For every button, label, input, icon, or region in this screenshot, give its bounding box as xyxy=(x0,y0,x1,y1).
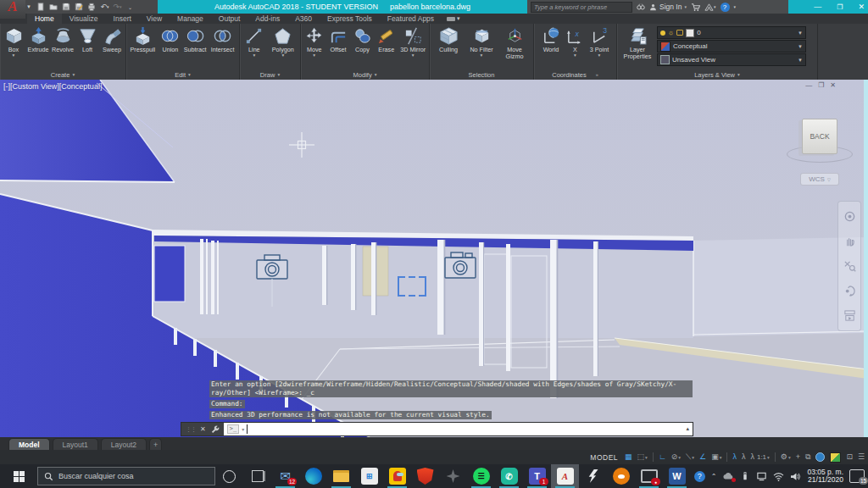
copy-button[interactable]: Copy xyxy=(351,25,374,53)
pan-icon[interactable] xyxy=(843,235,856,247)
erase-button[interactable]: Erase xyxy=(375,25,398,53)
help-caret-icon[interactable]: ▾ xyxy=(734,4,737,9)
tab-model[interactable]: Model xyxy=(8,438,50,450)
recent-commands-caret-icon[interactable]: ▾ xyxy=(242,426,244,432)
command-input[interactable]: >_ ▾ ▴ xyxy=(224,423,693,435)
autodesk-a360-icon[interactable]: ▾ xyxy=(704,3,716,12)
ortho-mode-toggle[interactable]: ∟ xyxy=(659,453,666,461)
taskbar-microsoft-store[interactable]: ⊞ xyxy=(355,464,383,488)
app-store-cart-icon[interactable] xyxy=(691,3,700,12)
maximize-button[interactable]: ❐ xyxy=(837,3,843,11)
culling-button[interactable]: Culling xyxy=(432,25,465,53)
snap-mode-toggle[interactable]: ⬚▾ xyxy=(637,453,648,461)
sign-in-button[interactable]: Sign In ▾ xyxy=(649,3,687,11)
drawing-viewport[interactable]: [-][Custom View][Conceptual] — ❐ ✕ BACK … xyxy=(0,80,868,437)
tab-express-tools[interactable]: Express Tools xyxy=(320,14,380,24)
object-snap-tracking-toggle[interactable]: ∠ xyxy=(699,453,706,461)
object-snap-toggle[interactable]: ▣▾ xyxy=(711,453,721,461)
command-customize-wrench-icon[interactable] xyxy=(210,424,220,434)
panel-edit-label[interactable]: Edit▾ xyxy=(126,69,239,80)
ribbon-display-toggle[interactable]: ▾ xyxy=(447,14,460,24)
panel-coordinates-label[interactable]: Layers & ViewCoordinates» xyxy=(534,69,616,80)
taskbar-edge[interactable] xyxy=(299,464,327,488)
taskbar-cast-app[interactable]: ● xyxy=(635,464,663,488)
new-layout-button[interactable]: + xyxy=(149,438,162,450)
intersect-button[interactable]: Intersect xyxy=(208,25,237,53)
drawing-restore-icon[interactable]: ❐ xyxy=(818,81,824,89)
command-close-icon[interactable]: ✕ xyxy=(200,425,206,433)
extrude-button[interactable]: Extrude xyxy=(26,25,50,53)
save-button[interactable] xyxy=(62,3,71,12)
redo-button[interactable]: ↷▾ xyxy=(113,3,122,12)
taskbar-spotify[interactable]: ☰ xyxy=(467,464,495,488)
taskbar-unknown-star-app[interactable] xyxy=(439,464,467,488)
help-icon[interactable]: ? xyxy=(721,3,730,12)
view-dropdown[interactable]: Unsaved View ▼ xyxy=(657,53,806,66)
volume-tray-icon[interactable] xyxy=(790,472,801,481)
taskbar-brave[interactable] xyxy=(411,464,439,488)
start-button[interactable] xyxy=(0,464,37,488)
panel-create-label[interactable]: Create▾ xyxy=(0,69,125,80)
sweep-button[interactable]: Sweep xyxy=(100,25,124,53)
subtract-button[interactable]: Subtract xyxy=(183,25,207,53)
taskbar-teams[interactable]: T1 xyxy=(523,464,551,488)
tab-insert[interactable]: Insert xyxy=(106,14,139,24)
taskbar-whatsapp[interactable]: ✆ xyxy=(495,464,523,488)
panel-layers-view-label[interactable]: Layers & View▾ xyxy=(617,69,817,80)
panel-draw-label[interactable]: Draw▾ xyxy=(240,69,300,80)
open-file-button[interactable] xyxy=(49,3,58,12)
layer-dropdown[interactable]: ☼ 0 ▼ xyxy=(657,26,806,39)
taskbar-file-explorer[interactable] xyxy=(327,464,355,488)
tab-view[interactable]: View xyxy=(139,14,170,24)
zoom-extents-icon[interactable] xyxy=(843,259,856,272)
customization-menu[interactable]: ☰ xyxy=(858,453,865,461)
presspull-button[interactable]: Presspull xyxy=(128,25,158,53)
panel-selection-label[interactable]: Selection xyxy=(430,69,533,80)
ucs-3point-button[interactable]: 3 Point▾ xyxy=(587,25,613,58)
offset-button[interactable]: Offset xyxy=(326,25,349,53)
usb-tray-icon[interactable] xyxy=(740,471,750,481)
layer-properties-button[interactable]: Layer Properties xyxy=(621,25,654,59)
drawing-close-icon[interactable]: ✕ xyxy=(830,81,836,89)
quick-properties-toggle[interactable]: ⧉ xyxy=(805,453,810,461)
infocenter-search-input[interactable] xyxy=(531,2,632,13)
minimize-button[interactable]: — xyxy=(814,3,821,11)
tab-home[interactable]: Home xyxy=(27,14,62,24)
grid-display-toggle[interactable]: ▦ xyxy=(625,453,632,461)
tab-manage[interactable]: Manage xyxy=(170,14,211,24)
showmotion-icon[interactable] xyxy=(843,309,856,322)
viewcube[interactable]: BACK xyxy=(802,119,837,154)
3d-mirror-button[interactable]: 3D Mirror▾ xyxy=(398,25,427,58)
cortana-button[interactable] xyxy=(215,464,243,488)
tab-a360[interactable]: A360 xyxy=(287,14,320,24)
onedrive-tray-icon[interactable] xyxy=(722,471,734,481)
tab-visualize[interactable]: Visualize xyxy=(62,14,106,24)
graphics-performance-toggle[interactable] xyxy=(815,452,825,462)
panel-modify-label[interactable]: Modify▾ xyxy=(301,69,429,80)
annotation-scale-button[interactable]: λ1:1▾ xyxy=(750,453,769,461)
taskbar-search-box[interactable]: Buscar cualquier cosa xyxy=(37,467,215,485)
line-button[interactable]: Line▾ xyxy=(242,25,267,58)
autoscale-toggle[interactable]: λ xyxy=(742,453,746,461)
drawing-minimize-icon[interactable]: — xyxy=(805,81,812,89)
loft-button[interactable]: Loft xyxy=(75,25,99,53)
autocad-app-menu-button[interactable]: A xyxy=(0,0,25,19)
new-file-button[interactable] xyxy=(36,3,46,12)
qat-customize-caret[interactable]: ⌄ xyxy=(125,3,135,12)
world-ucs-button[interactable]: World xyxy=(538,25,565,53)
taskbar-mail[interactable]: ✉12 xyxy=(271,464,299,488)
tab-layout1[interactable]: Layout1 xyxy=(53,438,98,450)
orbit-icon[interactable] xyxy=(843,285,856,297)
annotation-monitor-plus[interactable]: + xyxy=(796,453,800,461)
workspace-switching-gear[interactable]: ⚙▾ xyxy=(781,453,791,461)
move-button[interactable]: Move▾ xyxy=(303,25,326,58)
taskbar-among-us[interactable] xyxy=(383,464,411,488)
tab-featured-apps[interactable]: Featured Apps xyxy=(380,14,442,24)
union-button[interactable]: Union xyxy=(159,25,182,53)
taskbar-clock[interactable]: 03:05 p. m. 21/11/2020 xyxy=(807,469,843,485)
ethernet-tray-icon[interactable] xyxy=(756,471,767,481)
x-axis-button[interactable]: X▾ xyxy=(565,25,586,58)
polygon-button[interactable]: Polygon▾ xyxy=(268,25,298,58)
tab-output[interactable]: Output xyxy=(211,14,248,24)
model-space-toggle[interactable]: MODEL xyxy=(590,453,618,462)
